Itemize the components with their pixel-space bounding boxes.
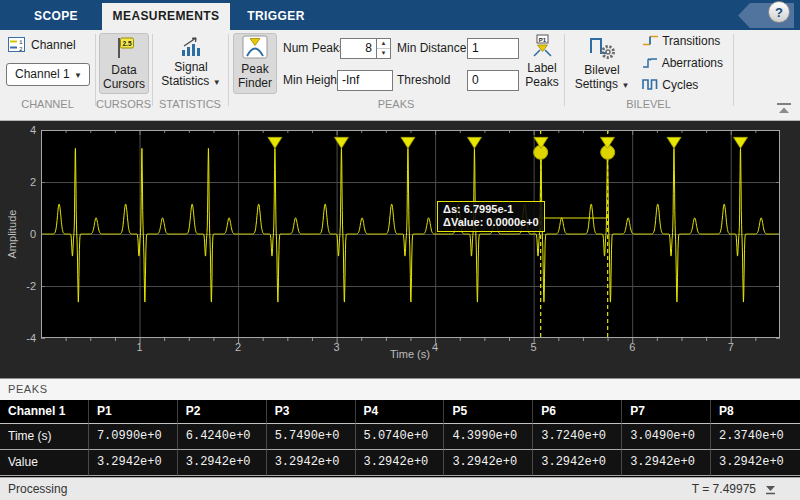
min-height-label: Min Height xyxy=(283,73,340,87)
signal-statistics-button[interactable]: Signal Statistics ▼ xyxy=(157,33,225,94)
x-tick-label: 3 xyxy=(317,341,357,353)
bilevel-settings-button[interactable]: Bilevel Settings ▼ xyxy=(571,33,633,94)
cell-p8: 2.3740e+0 xyxy=(711,424,800,450)
threshold-label: Threshold xyxy=(397,73,450,87)
group-label-channel: CHANNEL xyxy=(0,98,95,111)
cell-p4: 3.2942e+0 xyxy=(356,450,445,476)
cycles-label: Cycles xyxy=(662,78,698,92)
signal-statistics-label-line1: Signal xyxy=(157,60,225,74)
label-peaks-label-line2: Peaks xyxy=(521,75,563,89)
chevron-down-icon: ▼ xyxy=(213,78,221,87)
cell-p3: 3.2942e+0 xyxy=(267,450,356,476)
table-header-p4: P4 xyxy=(356,400,445,424)
num-peaks-label: Num Peaks xyxy=(283,41,345,55)
cell-p2: 3.2942e+0 xyxy=(178,450,267,476)
svg-text:2: 2 xyxy=(19,46,23,52)
group-label-statistics: STATISTICS xyxy=(152,98,228,111)
toolbar-divider xyxy=(564,34,565,106)
transitions-icon xyxy=(642,33,659,48)
spinner-down-icon[interactable]: ▼ xyxy=(377,48,390,58)
channel-legend-icon: 1 2 xyxy=(8,37,25,52)
bilevel-settings-icon xyxy=(587,34,617,60)
aberrations-button[interactable]: Aberrations xyxy=(640,55,732,75)
num-peaks-spinner[interactable]: ▲ ▼ xyxy=(377,38,391,59)
x-tick-label: 1 xyxy=(120,341,160,353)
channel-button[interactable]: 1 2 Channel xyxy=(8,37,76,52)
cell-p7: 3.0490e+0 xyxy=(622,424,711,450)
num-peaks-input[interactable]: 8 xyxy=(340,38,377,59)
chevron-down-icon: ▼ xyxy=(621,81,629,90)
min-distance-input[interactable]: 1 xyxy=(467,38,519,59)
label-peaks-label-line1: Label xyxy=(521,61,563,75)
table-header-p7: P7 xyxy=(622,400,711,424)
x-tick-label: 5 xyxy=(514,341,554,353)
peak-finder-label-line1: Peak xyxy=(234,62,276,76)
table-header-p3: P3 xyxy=(267,400,356,424)
cell-p5: 3.2942e+0 xyxy=(444,450,533,476)
waveform-plot[interactable] xyxy=(0,121,800,378)
toolbar-divider xyxy=(228,34,229,106)
signal-statistics-label-line2: Statistics ▼ xyxy=(157,74,225,90)
scope-plot-panel: Amplitude Time (s) Δs: 6.7995e-1 ΔValue:… xyxy=(0,121,800,378)
group-label-bilevel: BILEVEL xyxy=(564,98,733,111)
svg-text:P1: P1 xyxy=(539,37,547,43)
cell-p1: 3.2942e+0 xyxy=(89,450,178,476)
bilevel-settings-label-line1: Bilevel xyxy=(571,63,633,77)
toolstrip: 1 2 Channel Channel 1 ▼ CHANNEL 2.5 Data… xyxy=(0,30,800,121)
cell-p2: 6.4240e+0 xyxy=(178,424,267,450)
table-header-p1: P1 xyxy=(89,400,178,424)
transitions-button[interactable]: Transitions xyxy=(640,33,732,53)
spinner-up-icon[interactable]: ▲ xyxy=(377,39,390,48)
peak-finder-label-line2: Finder xyxy=(234,76,276,90)
threshold-input[interactable]: 0 xyxy=(467,70,519,91)
cursor-delta-time: Δs: 6.7995e-1 xyxy=(443,203,539,216)
cell-p6: 3.2942e+0 xyxy=(533,450,622,476)
channel-select[interactable]: Channel 1 ▼ xyxy=(6,63,90,86)
x-tick-label: 6 xyxy=(612,341,652,353)
cycles-button[interactable]: Cycles xyxy=(640,77,732,97)
status-bar: Processing T = 7.49975 xyxy=(0,477,800,500)
group-label-cursors: CURSORS xyxy=(95,98,152,111)
tab-scope[interactable]: SCOPE xyxy=(10,3,102,30)
cell-p6: 3.7240e+0 xyxy=(533,424,622,450)
tab-trigger[interactable]: TRIGGER xyxy=(230,3,322,30)
simulation-time: T = 7.49975 xyxy=(692,482,756,496)
peak-finder-toggle[interactable]: Peak Finder xyxy=(233,33,277,94)
chevron-down-icon: ▼ xyxy=(74,65,82,86)
cell-p1: 7.0990e+0 xyxy=(89,424,178,450)
collapse-statusbar-icon[interactable] xyxy=(765,484,776,495)
transitions-label: Transitions xyxy=(662,34,720,48)
x-tick-label: 2 xyxy=(218,341,258,353)
label-peaks-toggle[interactable]: P1 Label Peaks xyxy=(521,33,563,94)
y-tick-label: -2 xyxy=(6,280,36,292)
signal-statistics-label-text: Statistics xyxy=(161,74,209,88)
cell-p7: 3.2942e+0 xyxy=(622,450,711,476)
peaks-panel-title[interactable]: PEAKS xyxy=(0,378,800,400)
cycles-icon xyxy=(642,77,659,92)
signal-statistics-icon xyxy=(179,35,203,57)
table-header-p5: P5 xyxy=(444,400,533,424)
data-cursors-toggle[interactable]: 2.5 Data Cursors xyxy=(99,33,149,94)
table-header-p2: P2 xyxy=(178,400,267,424)
y-tick-label: 2 xyxy=(6,176,36,188)
svg-text:2.5: 2.5 xyxy=(122,40,131,47)
y-tick-label: 4 xyxy=(6,124,36,136)
collapse-toolstrip-icon[interactable] xyxy=(776,102,792,116)
cursor-delta-tooltip[interactable]: Δs: 6.7995e-1 ΔValue: 0.0000e+0 xyxy=(437,201,545,232)
status-text: Processing xyxy=(8,482,67,496)
help-button[interactable]: ? xyxy=(768,1,790,23)
data-cursors-label-line1: Data xyxy=(100,63,148,77)
x-tick-label: 7 xyxy=(711,341,751,353)
data-cursors-icon: 2.5 xyxy=(114,36,134,60)
min-height-input[interactable]: -Inf xyxy=(337,70,393,91)
toolbar-divider xyxy=(152,34,153,106)
table-header-p6: P6 xyxy=(533,400,622,424)
group-label-peaks: PEAKS xyxy=(228,98,564,111)
cell-p3: 5.7490e+0 xyxy=(267,424,356,450)
aberrations-icon xyxy=(642,55,659,70)
cell-p4: 5.0740e+0 xyxy=(356,424,445,450)
label-peaks-icon: P1 xyxy=(530,34,554,58)
scope-window: SCOPE MEASUREMENTS TRIGGER ? 1 2 Channel… xyxy=(0,0,800,500)
tab-measurements[interactable]: MEASUREMENTS xyxy=(102,3,230,30)
cell-p5: 4.3990e+0 xyxy=(444,424,533,450)
